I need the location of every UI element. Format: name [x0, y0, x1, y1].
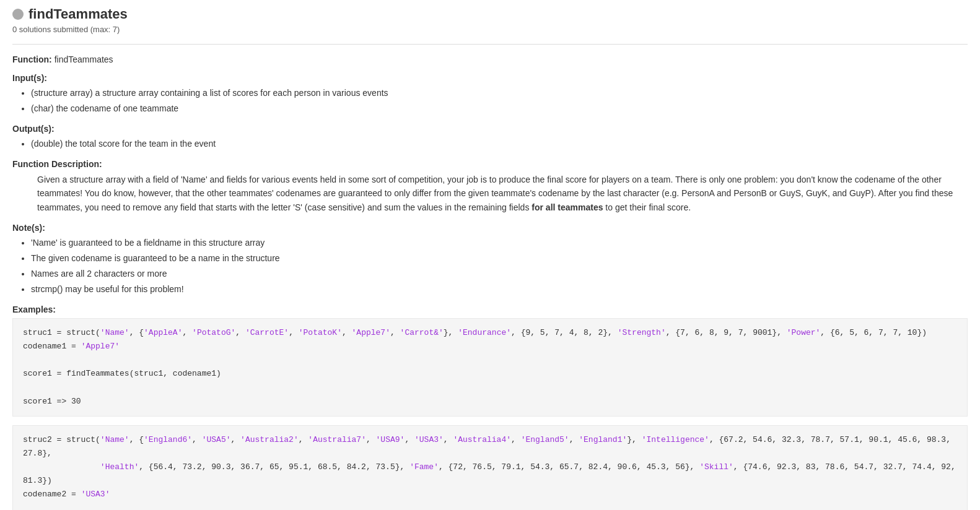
list-item: strcmp() may be useful for this problem! [31, 283, 968, 296]
notes-list: 'Name' is guaranteed to be a fieldname i… [31, 236, 968, 296]
list-item: The given codename is guaranteed to be a… [31, 252, 968, 265]
outputs-list: (double) the total score for the team in… [31, 137, 968, 150]
inputs-section: Input(s): (structure array) a structure … [12, 73, 968, 115]
list-item: (double) the total score for the team in… [31, 137, 968, 150]
code-example-2: struc2 = struct('Name', {'England6', 'US… [12, 425, 968, 510]
function-description-label: Function Description: [12, 159, 968, 169]
solutions-count: 0 solutions submitted (max: 7) [12, 25, 968, 34]
list-item: 'Name' is guaranteed to be a fieldname i… [31, 236, 968, 249]
examples-section-2: struc2 = struct('Name', {'England6', 'US… [12, 425, 968, 510]
outputs-label: Output(s): [12, 124, 968, 134]
function-description-text: Given a structure array with a field of … [37, 173, 968, 214]
list-item: (char) the codename of one teammate [31, 102, 968, 115]
code-example-1: struc1 = struct('Name', {'AppleA', 'Pota… [12, 318, 968, 417]
function-description-section: Function Description: Given a structure … [12, 159, 968, 214]
list-item: (structure array) a structure array cont… [31, 87, 968, 100]
function-label: Function: [12, 54, 52, 64]
circle-icon [12, 9, 24, 20]
inputs-list: (structure array) a structure array cont… [31, 87, 968, 115]
function-section: Function: findTeammates [12, 54, 968, 64]
inputs-label: Input(s): [12, 73, 968, 83]
divider [12, 44, 968, 45]
notes-label: Note(s): [12, 223, 968, 233]
outputs-section: Output(s): (double) the total score for … [12, 124, 968, 150]
notes-section: Note(s): 'Name' is guaranteed to be a fi… [12, 223, 968, 296]
function-name: findTeammates [55, 54, 113, 64]
examples-label: Examples: [12, 305, 968, 314]
examples-section: Examples: struc1 = struct('Name', {'Appl… [12, 305, 968, 417]
list-item: Names are all 2 characters or more [31, 267, 968, 280]
page-title: findTeammates [12, 6, 968, 22]
